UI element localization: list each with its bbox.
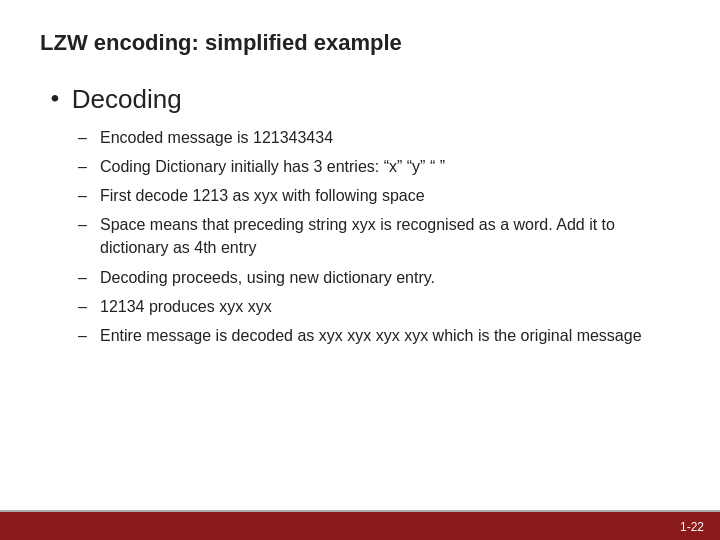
dash-4: – bbox=[78, 213, 96, 236]
page-number: 1-22 bbox=[680, 520, 704, 534]
sub-bullet-text-4: Space means that preceding string xyx is… bbox=[100, 213, 680, 259]
main-bullet-text: Decoding bbox=[72, 84, 182, 115]
slide-title: LZW encoding: simplified example bbox=[40, 30, 680, 56]
main-bullet-item: • Decoding bbox=[50, 84, 680, 116]
sub-bullet-text-6: 12134 produces xyx xyx bbox=[100, 295, 680, 318]
sub-bullet-text-3: First decode 1213 as xyx with following … bbox=[100, 184, 680, 207]
sub-bullet-1: – Encoded message is 121343434 bbox=[78, 126, 680, 149]
bullet-section: • Decoding – Encoded message is 12134343… bbox=[50, 84, 680, 347]
sub-bullet-6: – 12134 produces xyx xyx bbox=[78, 295, 680, 318]
dash-2: – bbox=[78, 155, 96, 178]
sub-bullet-3: – First decode 1213 as xyx with followin… bbox=[78, 184, 680, 207]
sub-bullet-2: – Coding Dictionary initially has 3 entr… bbox=[78, 155, 680, 178]
dash-7: – bbox=[78, 324, 96, 347]
dash-5: – bbox=[78, 266, 96, 289]
dash-1: – bbox=[78, 126, 96, 149]
bullet-dot: • bbox=[50, 82, 60, 116]
sub-bullet-5: – Decoding proceeds, using new dictionar… bbox=[78, 266, 680, 289]
sub-bullet-text-7: Entire message is decoded as xyx xyx xyx… bbox=[100, 324, 680, 347]
bottom-bar bbox=[0, 512, 720, 540]
dash-3: – bbox=[78, 184, 96, 207]
sub-bullet-7: – Entire message is decoded as xyx xyx x… bbox=[78, 324, 680, 347]
sub-bullet-text-5: Decoding proceeds, using new dictionary … bbox=[100, 266, 680, 289]
sub-bullet-4: – Space means that preceding string xyx … bbox=[78, 213, 680, 259]
sub-bullet-text-2: Coding Dictionary initially has 3 entrie… bbox=[100, 155, 680, 178]
sub-bullets-list: – Encoded message is 121343434 – Coding … bbox=[78, 126, 680, 348]
sub-bullet-text-1: Encoded message is 121343434 bbox=[100, 126, 680, 149]
dash-6: – bbox=[78, 295, 96, 318]
slide-container: LZW encoding: simplified example • Decod… bbox=[0, 0, 720, 540]
